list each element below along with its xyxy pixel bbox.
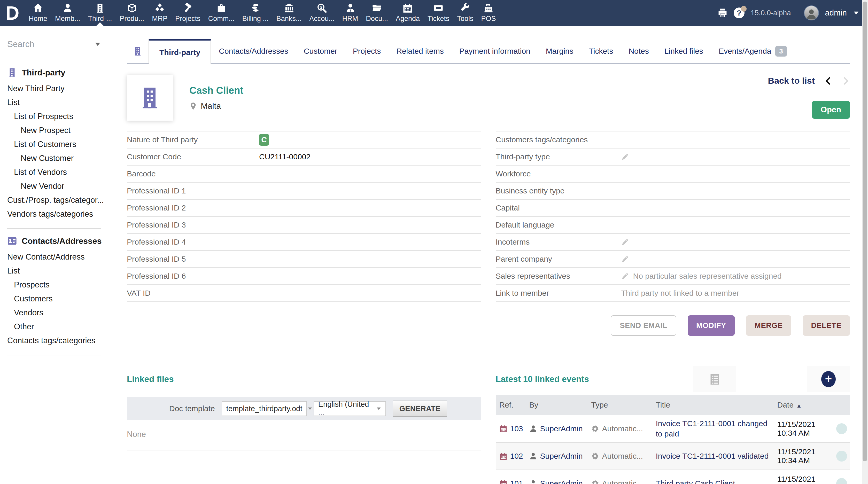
tab-payment-information[interactable]: Payment information <box>452 39 538 64</box>
help-icon[interactable]: ? <box>734 7 745 18</box>
nav-hrm[interactable]: HRM <box>338 0 362 26</box>
tab-margins[interactable]: Margins <box>538 39 581 64</box>
nav-accounting[interactable]: Accou... <box>305 0 338 26</box>
pencil-icon[interactable] <box>621 255 629 263</box>
tab-third-party[interactable]: Third-party <box>149 39 211 64</box>
sidebar-item-contacts-customers[interactable]: Customers <box>0 292 108 306</box>
event-user-link[interactable]: SuperAdmin <box>540 452 583 460</box>
tab-customer[interactable]: Customer <box>296 39 345 64</box>
sidebar-item-contacts-prospects[interactable]: Prospects <box>0 278 108 292</box>
sidebar-item-list-of-vendors[interactable]: List of Vendors <box>0 165 108 179</box>
tab-projects[interactable]: Projects <box>345 39 389 64</box>
nav-pos[interactable]: POS <box>477 0 500 26</box>
event-title-link[interactable]: Third party Cash Client <box>656 478 777 484</box>
sidebar-item-cust-prosp-tags[interactable]: Cust./Prosp. tags/categor... <box>0 193 108 207</box>
tab-thirdparty-icon[interactable] <box>127 39 149 64</box>
event-title-link[interactable]: Invoice TC1-2111-0001 changed to paid <box>656 418 777 439</box>
dolibarr-logo[interactable]: D <box>0 0 25 26</box>
home-icon <box>33 3 43 13</box>
field-row: Barcode <box>127 166 481 183</box>
chevron-down-icon[interactable] <box>853 10 859 16</box>
linked-files-empty: None <box>127 430 481 439</box>
sidebar-section-third-party[interactable]: Third-party <box>0 68 108 77</box>
sidebar-item-contacts-vendors[interactable]: Vendors <box>0 306 108 320</box>
nav-commerce[interactable]: Comm... <box>204 0 239 26</box>
sidebar-item-contacts-list[interactable]: List <box>0 264 108 278</box>
tab-linked-files[interactable]: Linked files <box>657 39 711 64</box>
sidebar-item-new-third-party[interactable]: New Third Party <box>0 82 108 96</box>
page-title: Cash Client <box>189 85 850 96</box>
col-date[interactable]: Date▲ <box>777 400 834 409</box>
version-label: 15.0.0-alpha <box>751 9 791 17</box>
action-buttons: SEND EMAIL MODIFY MERGE DELETE <box>127 315 850 336</box>
field-row: Professional ID 2 <box>127 200 481 217</box>
sidebar-item-list-of-customers[interactable]: List of Customers <box>0 137 108 151</box>
col-type[interactable]: Type <box>591 400 656 409</box>
username-label[interactable]: admin <box>825 8 847 18</box>
nav-home[interactable]: Home <box>25 0 51 26</box>
doc-language-select[interactable]: English (United ... <box>314 401 386 416</box>
event-ref-link[interactable]: 101 <box>510 479 523 484</box>
nav-tickets[interactable]: Tickets <box>424 0 454 26</box>
nav-billing[interactable]: Billing ... <box>239 0 273 26</box>
scrollbar-thumb[interactable] <box>863 2 867 461</box>
tab-contacts-addresses[interactable]: Contacts/Addresses <box>211 39 296 64</box>
nav-agenda[interactable]: Agenda <box>392 0 424 26</box>
event-date: 11/15/2021 10:29 AM <box>777 475 834 484</box>
event-ref-link[interactable]: 102 <box>510 452 523 460</box>
nav-mrp[interactable]: MRP <box>148 0 171 26</box>
sidebar-item-new-customer[interactable]: New Customer <box>0 151 108 165</box>
sidebar-item-contacts-tags[interactable]: Contacts tags/categories <box>0 334 108 348</box>
sidebar-item-new-contact[interactable]: New Contact/Address <box>0 250 108 264</box>
generate-button[interactable]: GENERATE <box>393 400 447 417</box>
avatar[interactable] <box>804 5 819 21</box>
col-by[interactable]: By <box>529 400 591 409</box>
send-email-button[interactable]: SEND EMAIL <box>611 315 676 336</box>
sidebar-item-vendors-tags[interactable]: Vendors tags/categories <box>0 207 108 221</box>
event-title-link[interactable]: Invoice TC1-2111-0001 validated <box>656 451 777 461</box>
nav-banks[interactable]: Banks... <box>273 0 306 26</box>
sidebar-item-contacts-other[interactable]: Other <box>0 320 108 334</box>
nav-products[interactable]: Produ... <box>116 0 148 26</box>
sidebar-item-list[interactable]: List <box>0 96 108 109</box>
col-ref[interactable]: Ref. <box>499 400 529 409</box>
sidebar-section-contacts[interactable]: Contacts/Addresses <box>0 236 108 246</box>
previous-record-icon[interactable] <box>824 77 832 85</box>
event-date: 11/15/2021 10:34 AM <box>777 447 834 465</box>
search-input[interactable] <box>7 39 94 49</box>
nav-projects[interactable]: Projects <box>171 0 204 26</box>
events-table: Ref. By Type Title Date▲ 103 SuperAdmin … <box>496 395 850 484</box>
back-to-list-link[interactable]: Back to list <box>768 76 815 86</box>
event-ref-link[interactable]: 103 <box>510 424 523 433</box>
pencil-icon[interactable] <box>621 238 629 246</box>
pencil-icon[interactable] <box>621 153 629 161</box>
event-user-link[interactable]: SuperAdmin <box>540 424 583 433</box>
divider <box>127 450 481 450</box>
plus-icon: + <box>821 371 836 387</box>
tab-events-agenda[interactable]: Events/Agenda3 <box>711 39 795 64</box>
delete-button[interactable]: DELETE <box>803 315 850 336</box>
events-list-view-button[interactable] <box>693 366 736 392</box>
nav-documents[interactable]: Docu... <box>362 0 392 26</box>
window-scrollbar[interactable] <box>862 0 868 484</box>
chevron-down-icon <box>376 406 381 411</box>
search-dropdown-caret-icon[interactable] <box>94 41 101 47</box>
tab-related-items[interactable]: Related items <box>389 39 451 64</box>
pencil-icon[interactable] <box>621 272 629 280</box>
add-event-button[interactable]: + <box>807 366 850 392</box>
tab-tickets[interactable]: Tickets <box>581 39 621 64</box>
event-user-link[interactable]: SuperAdmin <box>540 479 583 484</box>
tab-notes[interactable]: Notes <box>621 39 656 64</box>
doc-template-select[interactable]: template_thirdparty.odt <box>222 401 307 416</box>
sidebar-item-new-prospect[interactable]: New Prospect <box>0 124 108 137</box>
field-row: Workforce <box>496 166 850 183</box>
merge-button[interactable]: MERGE <box>746 315 791 336</box>
print-icon[interactable] <box>718 8 727 18</box>
nav-tools[interactable]: Tools <box>454 0 477 26</box>
sidebar-item-new-vendor[interactable]: New Vendor <box>0 179 108 193</box>
modify-button[interactable]: MODIFY <box>688 315 735 336</box>
sidebar-item-list-of-prospects[interactable]: List of Prospects <box>0 109 108 124</box>
col-title[interactable]: Title <box>656 400 777 409</box>
nav-members[interactable]: Memb... <box>51 0 84 26</box>
nav-third-parties[interactable]: Third-... <box>84 0 116 26</box>
